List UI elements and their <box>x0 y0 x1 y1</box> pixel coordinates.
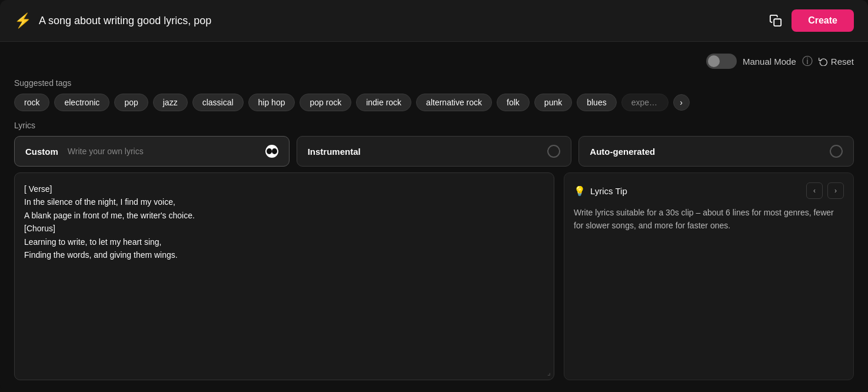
lyrics-tip-panel: 💡 Lyrics Tip ‹ › Write lyrics suitable f… <box>564 172 854 380</box>
manual-mode-row: Manual Mode ⓘ Reset <box>14 54 854 69</box>
option-auto-title: Auto-generated <box>590 147 655 157</box>
option-custom[interactable]: Custom Write your own lyrics <box>14 136 290 167</box>
option-auto[interactable]: Auto-generated <box>578 136 854 167</box>
lyrics-options-row: Custom Write your own lyrics Instrumenta… <box>14 136 854 167</box>
tip-text: Write lyrics suitable for a 30s clip – a… <box>574 206 844 232</box>
tag-hiphop[interactable]: hip hop <box>248 94 295 111</box>
tip-title: Lyrics Tip <box>590 186 627 196</box>
resize-handle: ⌟ <box>547 368 551 377</box>
tag-classical[interactable]: classical <box>192 94 244 111</box>
tag-rock[interactable]: rock <box>14 94 49 111</box>
option-instrumental-radio <box>547 145 560 158</box>
svg-rect-0 <box>774 19 781 26</box>
tag-alternativerock[interactable]: alternative rock <box>416 94 492 111</box>
tag-pop[interactable]: pop <box>114 94 148 111</box>
toggle-thumb <box>708 55 720 67</box>
tags-next-button[interactable]: › <box>673 94 690 111</box>
main-content: Manual Mode ⓘ Reset Suggested tags rock … <box>0 42 868 392</box>
header-title: A song about writing good lyrics, pop <box>39 15 211 27</box>
tip-header: 💡 Lyrics Tip ‹ › <box>574 182 844 199</box>
manual-mode-toggle[interactable] <box>706 54 737 69</box>
option-custom-left: Custom Write your own lyrics <box>25 147 144 157</box>
lightbulb-icon: 💡 <box>574 185 586 197</box>
tag-blues[interactable]: blues <box>577 94 616 111</box>
option-instrumental-left: Instrumental <box>308 147 361 157</box>
tag-jazz[interactable]: jazz <box>153 94 188 111</box>
manual-mode-label: Manual Mode <box>743 57 796 67</box>
tag-electronic[interactable]: electronic <box>54 94 109 111</box>
tag-poprock[interactable]: pop rock <box>300 94 351 111</box>
app-container: ⚡ A song about writing good lyrics, pop … <box>0 0 868 392</box>
option-auto-left: Auto-generated <box>590 147 655 157</box>
option-custom-subtitle: Write your own lyrics <box>68 147 144 156</box>
option-custom-title: Custom <box>25 147 58 157</box>
tag-experimental[interactable]: experimen... <box>621 94 669 111</box>
tip-title-row: 💡 Lyrics Tip <box>574 185 627 197</box>
tip-next-button[interactable]: › <box>827 182 844 199</box>
lyrics-textarea[interactable] <box>14 172 554 380</box>
suggested-tags-section: Suggested tags rock electronic pop jazz … <box>14 78 854 111</box>
option-instrumental-title: Instrumental <box>308 147 361 157</box>
tip-prev-button[interactable]: ‹ <box>806 182 823 199</box>
tag-indierock[interactable]: indie rock <box>356 94 411 111</box>
create-button[interactable]: Create <box>791 9 854 32</box>
option-auto-radio <box>830 145 843 158</box>
header: ⚡ A song about writing good lyrics, pop … <box>0 0 868 42</box>
lyrics-content-row: ⌟ 💡 Lyrics Tip ‹ › Write lyrics <box>14 172 854 380</box>
tags-row: rock electronic pop jazz classical hip h… <box>14 94 854 111</box>
bolt-icon: ⚡ <box>14 12 32 29</box>
suggested-tags-label: Suggested tags <box>14 78 854 88</box>
lyrics-section: Lyrics Custom Write your own lyrics <box>14 121 854 380</box>
option-custom-radio <box>265 145 278 158</box>
header-right: Create <box>767 9 854 32</box>
tag-punk[interactable]: punk <box>534 94 572 111</box>
share-icon-button[interactable] <box>767 12 784 29</box>
reset-label: Reset <box>831 57 854 67</box>
lyrics-label: Lyrics <box>14 121 854 130</box>
tip-nav-btns: ‹ › <box>806 182 844 199</box>
option-instrumental[interactable]: Instrumental <box>297 136 572 167</box>
lyrics-textarea-container: ⌟ <box>14 172 554 380</box>
tag-folk[interactable]: folk <box>497 94 530 111</box>
header-left: ⚡ A song about writing good lyrics, pop <box>14 12 211 29</box>
reset-button[interactable]: Reset <box>819 57 854 67</box>
info-icon[interactable]: ⓘ <box>802 54 813 68</box>
